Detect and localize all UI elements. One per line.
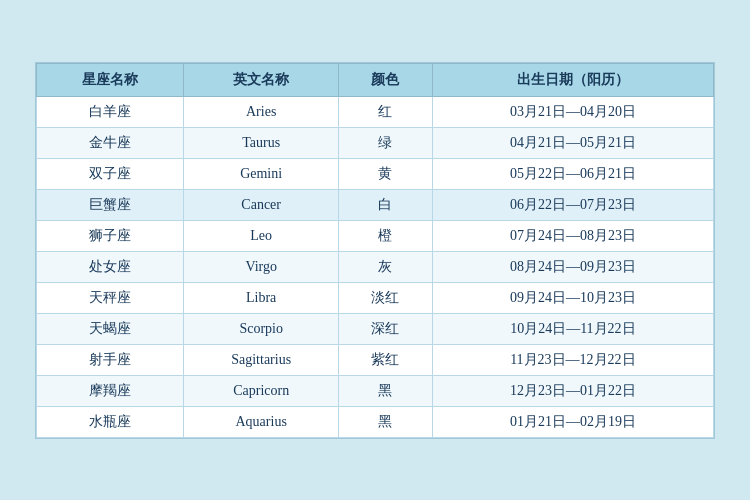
table-row: 处女座Virgo灰08月24日—09月23日	[37, 251, 714, 282]
cell-color: 淡红	[339, 282, 433, 313]
cell-english-name: Virgo	[184, 251, 339, 282]
cell-dates: 05月22日—06月21日	[432, 158, 713, 189]
cell-color: 黑	[339, 406, 433, 437]
table-row: 天蝎座Scorpio深红10月24日—11月22日	[37, 313, 714, 344]
table-row: 狮子座Leo橙07月24日—08月23日	[37, 220, 714, 251]
cell-chinese-name: 金牛座	[37, 127, 184, 158]
cell-dates: 01月21日—02月19日	[432, 406, 713, 437]
header-english-name: 英文名称	[184, 63, 339, 96]
cell-english-name: Libra	[184, 282, 339, 313]
cell-dates: 03月21日—04月20日	[432, 96, 713, 127]
table-row: 白羊座Aries红03月21日—04月20日	[37, 96, 714, 127]
cell-color: 灰	[339, 251, 433, 282]
cell-color: 黄	[339, 158, 433, 189]
zodiac-table: 星座名称 英文名称 颜色 出生日期（阳历） 白羊座Aries红03月21日—04…	[36, 63, 714, 438]
cell-chinese-name: 白羊座	[37, 96, 184, 127]
cell-color: 红	[339, 96, 433, 127]
cell-color: 深红	[339, 313, 433, 344]
cell-chinese-name: 射手座	[37, 344, 184, 375]
cell-chinese-name: 双子座	[37, 158, 184, 189]
cell-chinese-name: 天蝎座	[37, 313, 184, 344]
table-header-row: 星座名称 英文名称 颜色 出生日期（阳历）	[37, 63, 714, 96]
table-row: 天秤座Libra淡红09月24日—10月23日	[37, 282, 714, 313]
table-row: 摩羯座Capricorn黑12月23日—01月22日	[37, 375, 714, 406]
cell-english-name: Capricorn	[184, 375, 339, 406]
cell-dates: 11月23日—12月22日	[432, 344, 713, 375]
table-row: 金牛座Taurus绿04月21日—05月21日	[37, 127, 714, 158]
zodiac-table-container: 星座名称 英文名称 颜色 出生日期（阳历） 白羊座Aries红03月21日—04…	[35, 62, 715, 439]
cell-chinese-name: 狮子座	[37, 220, 184, 251]
cell-dates: 09月24日—10月23日	[432, 282, 713, 313]
cell-english-name: Aries	[184, 96, 339, 127]
cell-color: 紫红	[339, 344, 433, 375]
cell-dates: 04月21日—05月21日	[432, 127, 713, 158]
cell-dates: 08月24日—09月23日	[432, 251, 713, 282]
cell-color: 绿	[339, 127, 433, 158]
table-body: 白羊座Aries红03月21日—04月20日金牛座Taurus绿04月21日—0…	[37, 96, 714, 437]
cell-english-name: Aquarius	[184, 406, 339, 437]
cell-chinese-name: 摩羯座	[37, 375, 184, 406]
cell-dates: 06月22日—07月23日	[432, 189, 713, 220]
cell-dates: 10月24日—11月22日	[432, 313, 713, 344]
cell-english-name: Scorpio	[184, 313, 339, 344]
cell-color: 橙	[339, 220, 433, 251]
header-color: 颜色	[339, 63, 433, 96]
cell-color: 白	[339, 189, 433, 220]
cell-chinese-name: 处女座	[37, 251, 184, 282]
cell-english-name: Gemini	[184, 158, 339, 189]
cell-chinese-name: 巨蟹座	[37, 189, 184, 220]
table-row: 射手座Sagittarius紫红11月23日—12月22日	[37, 344, 714, 375]
table-row: 双子座Gemini黄05月22日—06月21日	[37, 158, 714, 189]
cell-english-name: Cancer	[184, 189, 339, 220]
header-chinese-name: 星座名称	[37, 63, 184, 96]
cell-dates: 12月23日—01月22日	[432, 375, 713, 406]
cell-chinese-name: 水瓶座	[37, 406, 184, 437]
header-dates: 出生日期（阳历）	[432, 63, 713, 96]
cell-chinese-name: 天秤座	[37, 282, 184, 313]
cell-english-name: Sagittarius	[184, 344, 339, 375]
cell-color: 黑	[339, 375, 433, 406]
cell-english-name: Taurus	[184, 127, 339, 158]
table-row: 水瓶座Aquarius黑01月21日—02月19日	[37, 406, 714, 437]
table-row: 巨蟹座Cancer白06月22日—07月23日	[37, 189, 714, 220]
cell-dates: 07月24日—08月23日	[432, 220, 713, 251]
cell-english-name: Leo	[184, 220, 339, 251]
